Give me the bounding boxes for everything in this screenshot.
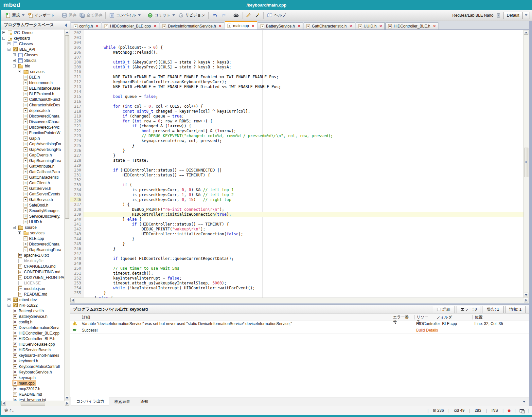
import-button[interactable]: インポート [26, 11, 56, 19]
close-icon[interactable]: × [433, 24, 436, 28]
tree-item-mbed-dev[interactable]: mbed-dev [1, 297, 64, 302]
tree-item-keyboardmatrixcontroll[interactable]: KeyboardMatrixControll [1, 364, 64, 369]
tree-item-hidservicebase-cpp[interactable]: HIDServiceBase.cpp [1, 341, 64, 347]
tree-item-nrf51822[interactable]: nRF51822 [1, 302, 64, 308]
tree-item-services[interactable]: services [1, 230, 64, 236]
commit-button[interactable]: コミット [146, 11, 177, 19]
tree-item-hidcontroller-ble-h[interactable]: HIDController_BLE.h [1, 336, 64, 341]
scroll-left-icon[interactable] [1, 401, 6, 406]
scroll-right-icon[interactable] [524, 298, 528, 302]
close-icon[interactable]: × [297, 24, 300, 28]
scroll-up-icon[interactable] [524, 30, 528, 35]
tree-item-hidservicebase-h[interactable]: HIDServiceBase.h [1, 347, 64, 353]
build-target-dropdown[interactable]: Default [504, 12, 529, 19]
help-button[interactable]: ヘルプ [265, 11, 288, 19]
tree-item-ble-api[interactable]: BLE_API [1, 46, 64, 52]
detail-filter-button[interactable]: 詳細 [433, 306, 454, 313]
tree-item-readme-md[interactable]: README.md [1, 291, 64, 297]
tree-item-bleinstancebase[interactable]: BLEInstanceBase [1, 85, 64, 91]
chevron-down-icon[interactable] [22, 14, 25, 16]
close-icon[interactable]: × [153, 24, 156, 28]
collapse-icon[interactable] [8, 48, 10, 51]
bottom-tab-コンパイラ出力[interactable]: コンパイラ出力 [71, 397, 109, 406]
expand-icon[interactable] [13, 53, 16, 56]
tree-item-functionpointerw[interactable]: FunctionPointerW [1, 130, 64, 136]
close-icon[interactable]: × [349, 24, 352, 28]
save-button[interactable]: 保存 [60, 11, 78, 19]
tree-item-gapevents-h[interactable]: GapEvents.h [1, 152, 64, 158]
detail-checkbox[interactable] [437, 308, 440, 311]
tree-item-discoveredchara[interactable]: DiscoveredChara [1, 241, 64, 247]
tree-item-safebool-h[interactable]: SafeBool.h [1, 202, 64, 208]
expand-icon[interactable] [8, 304, 10, 307]
tree-item-i2c-demo[interactable]: I2C_Demo [1, 30, 64, 35]
tree-item-mcp23017-h[interactable]: mcp23017.h [1, 386, 64, 391]
tree-item-deviceinformationservi[interactable]: DeviceInformationServi [1, 325, 64, 330]
tree-item-blecommon-h[interactable]: blecommon.h [1, 80, 64, 85]
column-detail[interactable]: 詳細 [80, 315, 391, 319]
expand-icon[interactable] [2, 31, 5, 34]
expand-icon[interactable] [18, 231, 21, 234]
code-editor[interactable]: 2022032042052062072082092102112122132142… [70, 30, 529, 298]
close-icon[interactable]: × [219, 24, 222, 28]
tree-item-test-keymap-txt[interactable]: test_keymap.txt [1, 397, 64, 401]
tree-item-gattclient-h[interactable]: GattClient.h [1, 180, 64, 186]
scroll-right-icon[interactable] [65, 401, 69, 406]
tab-gattcharacteristic-h[interactable]: GattCharacteristic.h× [304, 22, 355, 29]
chevron-down-icon[interactable] [172, 14, 175, 16]
tree-item-module-json[interactable]: module.json [1, 286, 64, 291]
tree-item-changelog-md[interactable]: CHANGELOG.md [1, 263, 64, 269]
output-row[interactable]: Variable "deviceInformationService" was … [70, 320, 529, 327]
tree-item-ble[interactable]: ble [1, 63, 64, 69]
output-row[interactable]: Success!Build Details [70, 327, 529, 334]
tree-item-characteristicdes[interactable]: CharacteristicDes [1, 102, 64, 108]
tree-item-ble-h[interactable]: BLE.h [1, 74, 64, 80]
redo-button[interactable] [219, 12, 228, 19]
tree-item-services[interactable]: services [1, 69, 64, 74]
bottom-tab-通知[interactable]: 通知 [135, 397, 153, 406]
format-button[interactable] [244, 12, 253, 19]
tree-item-gap-h[interactable]: Gap.h [1, 136, 64, 141]
tree-item-bleprotocol-h[interactable]: BLEProtocol.h [1, 91, 64, 97]
tree-item-ble-doxyfile[interactable]: ble.doxyfile [1, 258, 64, 263]
tree-item-servicediscovery-[interactable]: ServiceDiscovery. [1, 213, 64, 219]
tree-item-callchainoffunct[interactable]: CallChainOfFunct [1, 97, 64, 102]
tree-item-readme-md[interactable]: README.md [1, 391, 64, 397]
collapse-icon[interactable] [13, 226, 16, 229]
tree-item-classes[interactable]: Classes [1, 52, 64, 58]
close-icon[interactable]: × [379, 24, 382, 28]
tree-item-gapscanningpara[interactable]: GapScanningPara [1, 247, 64, 252]
tree-item-deprecate-h[interactable]: deprecate.h [1, 108, 64, 113]
tree-item-hidcontroller-ble-cpp[interactable]: HIDController_BLE.cpp [1, 330, 64, 336]
tree-vertical-scrollbar[interactable] [64, 29, 70, 401]
tree-horizontal-scrollbar[interactable] [1, 401, 70, 406]
revision-button[interactable]: リビジョン [177, 11, 207, 19]
wand-button[interactable] [253, 12, 262, 19]
chevron-down-icon[interactable] [522, 12, 529, 19]
tree-item-gattservice-h[interactable]: GattService.h [1, 197, 64, 202]
scroll-down-icon[interactable] [524, 293, 528, 297]
tree-item-gattattribute-h[interactable]: GattAttribute.h [1, 163, 64, 169]
tree-item-gattcallbackpara[interactable]: GattCallbackPara [1, 169, 64, 174]
tab-uuid-h[interactable]: UUID.h× [356, 22, 385, 29]
scroll-left-icon[interactable] [70, 298, 75, 302]
tree-item-batteryservice-h[interactable]: BatteryService.h [1, 314, 64, 319]
sidebar-collapse-icon[interactable] [65, 24, 67, 27]
tree-item-keyboard[interactable]: keyboard [1, 35, 64, 41]
page-scrollbar-strip[interactable] [529, 21, 532, 406]
chevron-down-icon[interactable] [138, 14, 141, 16]
errors-filter-button[interactable]: エラー: 0 [456, 306, 481, 313]
tab-deviceinformationservice-h[interactable]: DeviceInformationService.h× [160, 22, 224, 29]
close-icon[interactable]: × [96, 24, 98, 28]
column-position[interactable]: 位置 [472, 315, 529, 319]
editor-horizontal-scrollbar[interactable] [70, 298, 529, 303]
tree-item-config-h[interactable]: config.h [1, 319, 64, 325]
tree-item-contributing-md[interactable]: CONTRIBUTING.md [1, 269, 64, 275]
new-button[interactable]: 新規 [4, 11, 26, 19]
record-icon[interactable]: ● [504, 408, 515, 413]
code-area[interactable]: while (pollCount-- > 0) { WatchDog::relo… [83, 30, 523, 298]
expand-icon[interactable] [18, 70, 21, 73]
tree-item-ble-cpp[interactable]: BLE.cpp [1, 236, 64, 241]
scroll-down-icon[interactable] [65, 396, 69, 400]
collapse-icon[interactable] [13, 64, 16, 67]
